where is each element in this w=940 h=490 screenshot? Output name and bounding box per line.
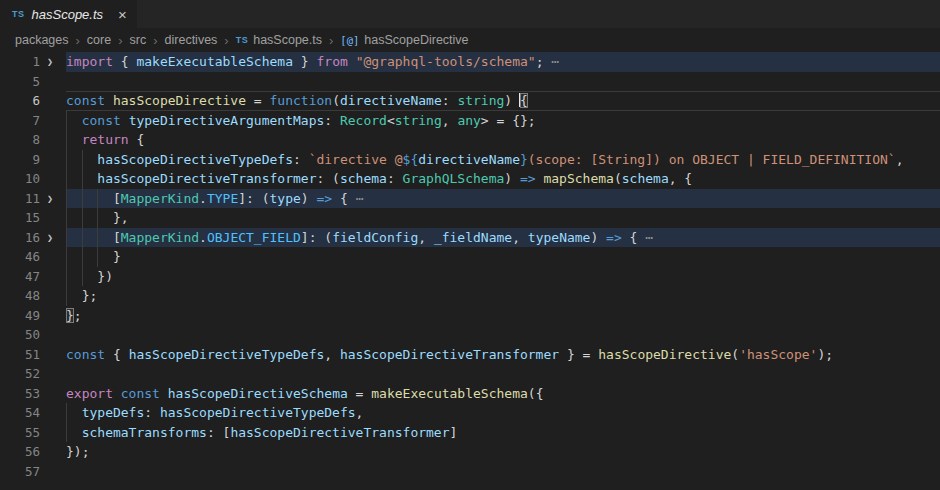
- code-token: directiveName: [418, 152, 520, 167]
- breadcrumb-symbol-item[interactable]: [@]hasScopeDirective: [340, 33, 468, 47]
- code-token: }: [520, 152, 528, 167]
- line-number: 49: [25, 306, 40, 326]
- code-token: :: [144, 405, 160, 420]
- line-number: 9: [32, 150, 40, 170]
- code-token: hasScopeDirectiveTypeDefs: [160, 405, 356, 420]
- code-token: :: [324, 113, 340, 128]
- code-token: );: [817, 347, 833, 362]
- code-line[interactable]: 55 schemaTransforms: [hasScopeDirectiveT…: [0, 423, 940, 443]
- code-line[interactable]: 10 hasScopeDirectiveTransformer: (schema…: [0, 169, 940, 189]
- code-token: ,: [324, 347, 340, 362]
- code-token: type: [270, 191, 301, 206]
- breadcrumb-item[interactable]: packages: [15, 33, 69, 47]
- breadcrumb-item[interactable]: directives: [165, 33, 218, 47]
- code-token: hasScopeDirectiveTypeDefs: [97, 152, 293, 167]
- code-line[interactable]: 8 return {: [0, 130, 940, 150]
- gutter: 1❯: [0, 52, 66, 72]
- code-token: (: [731, 347, 739, 362]
- tab-hasscope[interactable]: TS hasScope.ts ×: [0, 0, 137, 28]
- code-line[interactable]: 50: [0, 325, 940, 345]
- code-line[interactable]: 15 },: [0, 208, 940, 228]
- tab-close-icon[interactable]: ×: [118, 7, 127, 22]
- typescript-file-icon: TS: [12, 9, 25, 19]
- symbol-variable-icon: [@]: [340, 34, 359, 46]
- code-token: Record: [340, 113, 387, 128]
- code-token: {: [622, 230, 645, 245]
- code-token: schema: [340, 171, 387, 186]
- code-line[interactable]: 52: [0, 364, 940, 384]
- code-token: =>: [317, 191, 333, 206]
- line-number: 52: [25, 364, 40, 384]
- code-token: : [: [207, 425, 230, 440]
- fold-ellipsis: ⋯: [645, 230, 653, 245]
- code-token: ,: [896, 152, 904, 167]
- fold-chevron-icon[interactable]: ❯: [47, 228, 53, 248]
- code-line[interactable]: 9 hasScopeDirectiveTypeDefs: `directive …: [0, 150, 940, 170]
- code-line[interactable]: 46 }: [0, 247, 940, 267]
- code-token: import: [66, 54, 121, 69]
- code-line[interactable]: 51const { hasScopeDirectiveTypeDefs, has…: [0, 345, 940, 365]
- gutter: 11❯: [0, 189, 66, 209]
- code-line[interactable]: 1❯import { makeExecutableSchema } from "…: [0, 52, 940, 72]
- code-text: };: [66, 306, 940, 326]
- code-line[interactable]: 11❯ [MapperKind.TYPE]: (type) => { ⋯: [0, 189, 940, 209]
- breadcrumb-file-item[interactable]: TShasScope.ts: [236, 33, 322, 47]
- code-token: 'hasScope': [739, 347, 817, 362]
- code-line[interactable]: 53export const hasScopeDirectiveSchema =…: [0, 384, 940, 404]
- line-number: 1: [32, 52, 40, 72]
- code-token: ${: [403, 152, 419, 167]
- line-number: 55: [25, 423, 40, 443]
- code-line[interactable]: 54 typeDefs: hasScopeDirectiveTypeDefs,: [0, 403, 940, 423]
- code-token: <: [387, 113, 395, 128]
- code-line[interactable]: 56});: [0, 442, 940, 462]
- line-number: 50: [25, 325, 40, 345]
- code-token: MapperKind: [121, 191, 199, 206]
- code-token: [66, 425, 82, 440]
- line-number: 47: [25, 267, 40, 287]
- code-token: [66, 405, 82, 420]
- code-line[interactable]: 49};: [0, 306, 940, 326]
- code-token: hasScopeDirectiveTransformer: [230, 425, 449, 440]
- code-token: fieldConfig: [332, 230, 418, 245]
- code-token: [66, 171, 97, 186]
- fold-chevron-icon[interactable]: ❯: [47, 52, 53, 72]
- breadcrumb-item[interactable]: core: [87, 33, 111, 47]
- code-token: ]: [450, 425, 458, 440]
- fold-ellipsis: ⋯: [356, 191, 364, 206]
- breadcrumb: packages›core›src›directives›TShasScope.…: [0, 28, 940, 52]
- breadcrumb-item[interactable]: src: [130, 33, 147, 47]
- code-token: _fieldName: [434, 230, 512, 245]
- code-token: };: [66, 288, 97, 303]
- code-text: };: [66, 286, 940, 306]
- code-text: typeDefs: hasScopeDirectiveTypeDefs,: [66, 403, 940, 423]
- breadcrumb-separator-icon: ›: [118, 33, 122, 48]
- code-line[interactable]: 48 };: [0, 286, 940, 306]
- code-text: }: [66, 247, 940, 267]
- code-token: TYPE: [207, 191, 238, 206]
- code-line[interactable]: 57: [0, 462, 940, 482]
- gutter: 15: [0, 208, 66, 228]
- code-token: ,: [512, 230, 528, 245]
- code-line[interactable]: 7 const typeDirectiveArgumentMaps: Recor…: [0, 111, 940, 131]
- line-number: 8: [32, 130, 40, 150]
- code-token: }: [66, 249, 121, 264]
- gutter: 8: [0, 130, 66, 150]
- code-line[interactable]: 47 }): [0, 267, 940, 287]
- code-token: (: [332, 93, 340, 108]
- code-token: > = {};: [481, 113, 536, 128]
- code-token: hasScopeDirective: [598, 347, 731, 362]
- code-token: {: [121, 54, 137, 69]
- code-token: ]: (: [238, 191, 269, 206]
- fold-chevron-icon[interactable]: ❯: [47, 189, 53, 209]
- code-line[interactable]: 16❯ [MapperKind.OBJECT_FIELD]: (fieldCon…: [0, 228, 940, 248]
- line-number: 10: [25, 169, 40, 189]
- code-token: hasScopeDirectiveTransformer: [97, 171, 316, 186]
- code-token: any: [457, 113, 480, 128]
- code-line[interactable]: 6const hasScopeDirective = function(dire…: [0, 91, 940, 111]
- code-token: ;: [74, 308, 82, 323]
- code-line[interactable]: 5: [0, 72, 940, 92]
- line-number: 57: [25, 462, 40, 482]
- code-token: export: [66, 386, 121, 401]
- gutter: 16❯: [0, 228, 66, 248]
- line-number: 53: [25, 384, 40, 404]
